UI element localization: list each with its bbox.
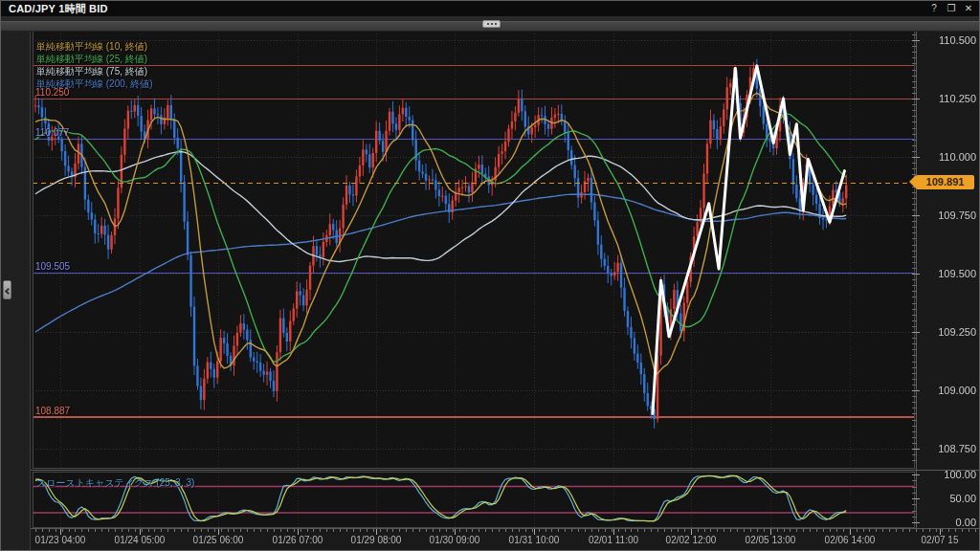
maximize-button[interactable]: ❐	[945, 2, 958, 14]
toolbar-collapse-button[interactable]	[482, 20, 501, 28]
panel-expand-handle[interactable]	[3, 280, 11, 299]
help-button[interactable]: ?	[927, 2, 941, 14]
close-button[interactable]: ✕	[962, 2, 975, 14]
price-chart-canvas[interactable]	[1, 1, 980, 551]
window-titlebar[interactable]: CAD/JPY 1時間 BID ? ❐ ✕	[1, 1, 979, 16]
chart-window: CAD/JPY 1時間 BID ? ❐ ✕ 単純移動平均線 (10, 終値) 単…	[0, 0, 980, 551]
window-title: CAD/JPY 1時間 BID	[9, 2, 108, 16]
